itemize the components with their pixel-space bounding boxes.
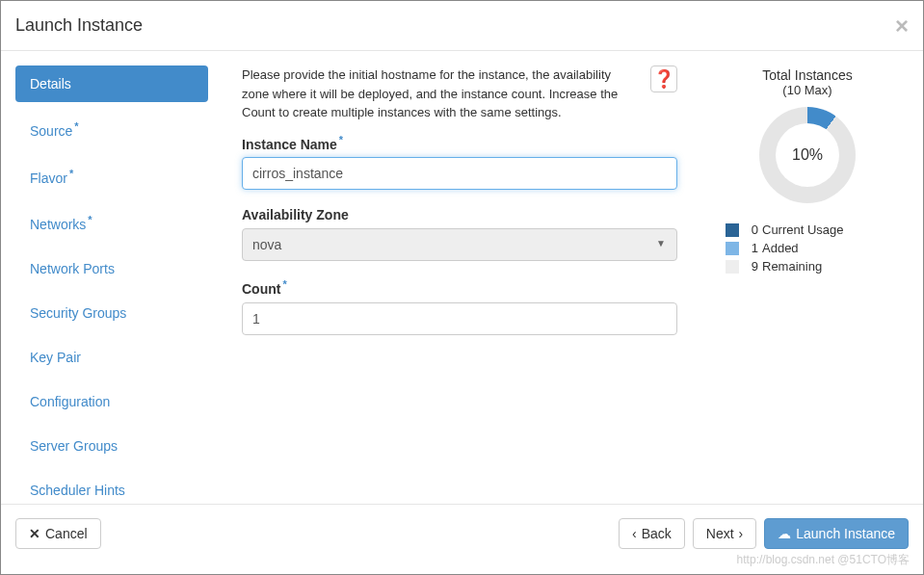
- sidebar-item-label: Key Pair: [30, 350, 81, 365]
- swatch-icon: [726, 260, 739, 274]
- required-icon: *: [88, 214, 92, 225]
- sidebar-item-scheduler-hints[interactable]: Scheduler Hints: [15, 472, 208, 509]
- availability-zone-select[interactable]: nova: [242, 228, 677, 261]
- main-panel: ❓ Please provide the initial hostname fo…: [223, 51, 923, 504]
- chart-subtitle: (10 Max): [706, 83, 909, 97]
- sidebar-item-network-ports[interactable]: Network Ports: [15, 250, 208, 287]
- footer-right: ‹Back Next› ☁Launch Instance: [619, 518, 909, 549]
- swatch-icon: [726, 223, 739, 237]
- cloud-upload-icon: ☁: [778, 526, 791, 541]
- next-button[interactable]: Next›: [693, 518, 756, 549]
- sidebar-item-networks[interactable]: Networks*: [15, 203, 208, 243]
- sidebar-item-label: Scheduler Hints: [30, 483, 125, 498]
- help-text: Please provide the initial hostname for …: [242, 65, 677, 122]
- launch-instance-button[interactable]: ☁Launch Instance: [764, 518, 909, 549]
- modal-title: Launch Instance: [15, 15, 143, 35]
- help-button-wrap: ❓: [650, 65, 677, 92]
- instance-name-label: Instance Name*: [242, 134, 677, 152]
- sidebar-item-label: Security Groups: [30, 305, 126, 321]
- chevron-left-icon: ‹: [632, 526, 637, 541]
- sidebar-item-label: Flavor: [30, 170, 67, 185]
- chart-legend: 0 Current Usage 1 Added 9 Remaining: [706, 222, 909, 274]
- sidebar-item-label: Source: [30, 123, 72, 139]
- modal-body: Details Source* Flavor* Networks* Networ…: [1, 51, 923, 504]
- sidebar-item-label: Server Groups: [30, 438, 118, 454]
- count-label: Count*: [242, 278, 677, 297]
- donut-chart: 10%: [759, 107, 856, 203]
- sidebar-item-label: Details: [30, 76, 71, 91]
- chevron-right-icon: ›: [739, 526, 744, 541]
- modal-header: Launch Instance ×: [1, 1, 923, 51]
- required-icon: *: [74, 120, 78, 132]
- availability-zone-label: Availability Zone: [242, 207, 677, 222]
- legend-remaining: 9 Remaining: [726, 259, 909, 274]
- x-icon: ✕: [29, 526, 40, 541]
- close-icon[interactable]: ×: [895, 13, 909, 39]
- sidebar-item-details[interactable]: Details: [15, 65, 208, 102]
- help-icon[interactable]: ❓: [650, 65, 677, 92]
- sidebar-item-label: Networks: [30, 217, 86, 232]
- swatch-icon: [726, 242, 739, 255]
- cancel-button[interactable]: ✕Cancel: [15, 518, 101, 549]
- sidebar-item-server-groups[interactable]: Server Groups: [15, 428, 208, 464]
- wizard-sidebar: Details Source* Flavor* Networks* Networ…: [1, 51, 223, 504]
- required-icon: *: [69, 168, 73, 179]
- sidebar-item-label: Network Ports: [30, 261, 115, 276]
- sidebar-item-key-pair[interactable]: Key Pair: [15, 339, 208, 376]
- back-button[interactable]: ‹Back: [619, 518, 685, 549]
- sidebar-item-security-groups[interactable]: Security Groups: [15, 295, 208, 331]
- sidebar-item-flavor[interactable]: Flavor*: [15, 157, 208, 196]
- legend-added: 1 Added: [726, 241, 909, 255]
- required-icon: *: [339, 134, 343, 145]
- sidebar-item-configuration[interactable]: Configuration: [15, 383, 208, 420]
- legend-current: 0 Current Usage: [726, 222, 909, 237]
- availability-zone-select-wrap: nova: [242, 228, 677, 261]
- quota-chart: Total Instances (10 Max) 10% 0 Current U…: [706, 65, 909, 504]
- instance-name-input[interactable]: [242, 157, 677, 190]
- donut-percent: 10%: [792, 146, 823, 164]
- sidebar-item-source[interactable]: Source*: [15, 110, 208, 149]
- chart-title: Total Instances: [706, 67, 909, 83]
- required-icon: *: [282, 278, 286, 290]
- form-area: ❓ Please provide the initial hostname fo…: [242, 65, 706, 504]
- sidebar-item-label: Configuration: [30, 394, 110, 409]
- count-input[interactable]: [242, 302, 677, 335]
